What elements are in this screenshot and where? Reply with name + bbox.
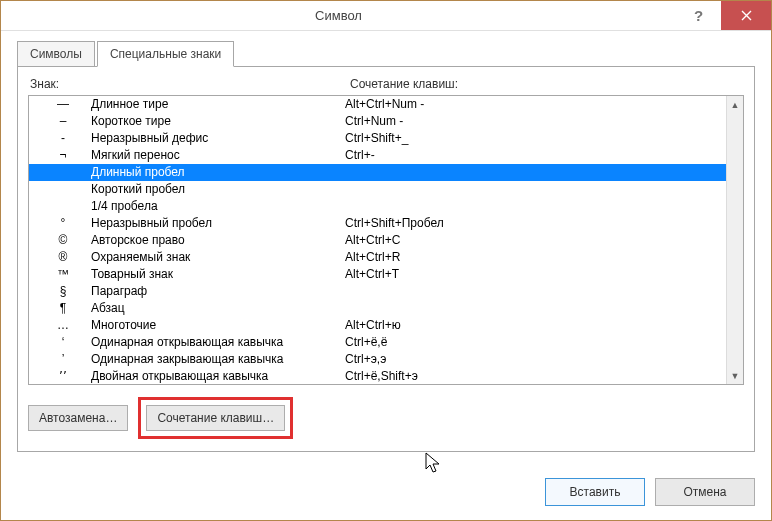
header-sign: Знак: (30, 77, 350, 91)
symbol-shortcut: Ctrl+Shift+_ (345, 130, 726, 147)
symbol-glyph (35, 164, 91, 181)
list-item[interactable]: Длинный пробел (29, 164, 726, 181)
list-item[interactable]: ‘Одинарная открывающая кавычкаCtrl+ё,ё (29, 334, 726, 351)
list-item[interactable]: …МноготочиеAlt+Ctrl+ю (29, 317, 726, 334)
list-item[interactable]: ’Одинарная закрывающая кавычкаCtrl+э,э (29, 351, 726, 368)
list-item[interactable]: ®Охраняемый знакAlt+Ctrl+R (29, 249, 726, 266)
list-item[interactable]: ©Авторское правоAlt+Ctrl+C (29, 232, 726, 249)
symbol-name: Многоточие (91, 317, 345, 334)
symbol-glyph: … (35, 317, 91, 334)
symbol-shortcut: Ctrl+Shift+Пробел (345, 215, 726, 232)
window-title: Символ (1, 8, 676, 23)
insert-button[interactable]: Вставить (545, 478, 645, 506)
column-headers: Знак: Сочетание клавиш: (28, 77, 744, 95)
symbol-shortcut: Alt+Ctrl+T (345, 266, 726, 283)
list-item[interactable]: —Длинное тиреAlt+Ctrl+Num - (29, 96, 726, 113)
symbol-shortcut: Ctrl+Num - (345, 113, 726, 130)
symbol-glyph: ‘ (35, 334, 91, 351)
symbol-glyph: - (35, 130, 91, 147)
list-item[interactable]: §Параграф (29, 283, 726, 300)
tab-symbols[interactable]: Символы (17, 41, 95, 67)
symbol-name: Одинарная открывающая кавычка (91, 334, 345, 351)
symbol-name: Неразрывный дефис (91, 130, 345, 147)
autocorrect-button[interactable]: Автозамена… (28, 405, 128, 431)
symbol-name: Двойная открывающая кавычка (91, 368, 345, 384)
symbol-glyph: © (35, 232, 91, 249)
symbol-name: Охраняемый знак (91, 249, 345, 266)
symbol-glyph: ™ (35, 266, 91, 283)
symbol-shortcut: Ctrl+- (345, 147, 726, 164)
cancel-button[interactable]: Отмена (655, 478, 755, 506)
symbol-glyph: — (35, 96, 91, 113)
symbol-name: Неразрывный пробел (91, 215, 345, 232)
list-item[interactable]: °Неразрывный пробелCtrl+Shift+Пробел (29, 215, 726, 232)
symbol-name: Длинный пробел (91, 164, 345, 181)
list-item[interactable]: Короткий пробел (29, 181, 726, 198)
close-button[interactable] (721, 1, 771, 30)
symbol-glyph: ¬ (35, 147, 91, 164)
symbol-shortcut: Ctrl+ё,Shift+э (345, 368, 726, 384)
symbol-name: Товарный знак (91, 266, 345, 283)
symbol-glyph (35, 198, 91, 215)
dialog-body: Символы Специальные знаки Знак: Сочетани… (1, 31, 771, 466)
symbol-name: Короткий пробел (91, 181, 345, 198)
symbol-name: Параграф (91, 283, 345, 300)
symbol-shortcut: Alt+Ctrl+R (345, 249, 726, 266)
symbol-glyph (35, 181, 91, 198)
scrollbar[interactable]: ▲ ▼ (726, 96, 743, 384)
list-rows: —Длинное тиреAlt+Ctrl+Num -–Короткое тир… (29, 96, 726, 384)
symbol-glyph: ® (35, 249, 91, 266)
list-item[interactable]: ¬Мягкий переносCtrl+- (29, 147, 726, 164)
symbol-shortcut: Alt+Ctrl+ю (345, 317, 726, 334)
symbol-glyph: ° (35, 215, 91, 232)
symbol-glyph: ʼʼ (35, 368, 91, 384)
titlebar-controls: ? (676, 1, 771, 30)
symbol-name: Одинарная закрывающая кавычка (91, 351, 345, 368)
symbol-glyph: ’ (35, 351, 91, 368)
symbol-name: Короткое тире (91, 113, 345, 130)
symbol-shortcut: Ctrl+ё,ё (345, 334, 726, 351)
help-button[interactable]: ? (676, 1, 721, 30)
list-item[interactable]: –Короткое тиреCtrl+Num - (29, 113, 726, 130)
tab-panel-special: Знак: Сочетание клавиш: —Длинное тиреAlt… (17, 66, 755, 452)
symbol-shortcut (345, 198, 726, 215)
scroll-down-icon[interactable]: ▼ (727, 367, 743, 384)
symbol-glyph: – (35, 113, 91, 130)
button-row: Автозамена… Сочетание клавиш… (28, 397, 744, 439)
titlebar: Символ ? (1, 1, 771, 31)
symbol-name: Авторское право (91, 232, 345, 249)
symbol-name: Длинное тире (91, 96, 345, 113)
symbol-shortcut: Ctrl+э,э (345, 351, 726, 368)
symbol-name: Абзац (91, 300, 345, 317)
symbol-shortcut: Alt+Ctrl+Num - (345, 96, 726, 113)
list-item[interactable]: 1/4 пробела (29, 198, 726, 215)
tab-strip: Символы Специальные знаки (17, 41, 755, 67)
list-item[interactable]: ¶Абзац (29, 300, 726, 317)
list-item[interactable]: ™Товарный знакAlt+Ctrl+T (29, 266, 726, 283)
symbol-glyph: ¶ (35, 300, 91, 317)
symbol-shortcut (345, 300, 726, 317)
tab-special-characters[interactable]: Специальные знаки (97, 41, 234, 67)
symbol-shortcut: Alt+Ctrl+C (345, 232, 726, 249)
symbol-name: 1/4 пробела (91, 198, 345, 215)
character-listbox[interactable]: —Длинное тиреAlt+Ctrl+Num -–Короткое тир… (28, 95, 744, 385)
symbol-name: Мягкий перенос (91, 147, 345, 164)
list-item[interactable]: -Неразрывный дефисCtrl+Shift+_ (29, 130, 726, 147)
list-item[interactable]: ʼʼДвойная открывающая кавычкаCtrl+ё,Shif… (29, 368, 726, 384)
footer-buttons: Вставить Отмена (545, 478, 755, 506)
scroll-up-icon[interactable]: ▲ (727, 96, 743, 113)
symbol-shortcut (345, 283, 726, 300)
close-icon (741, 10, 752, 21)
annotation-highlight: Сочетание клавиш… (138, 397, 293, 439)
symbol-shortcut (345, 181, 726, 198)
symbol-glyph: § (35, 283, 91, 300)
shortcut-keys-button[interactable]: Сочетание клавиш… (146, 405, 285, 431)
symbol-dialog: Символ ? Символы Специальные знаки Знак:… (0, 0, 772, 521)
symbol-shortcut (345, 164, 726, 181)
header-shortcut: Сочетание клавиш: (350, 77, 458, 91)
scroll-track[interactable] (727, 113, 743, 367)
